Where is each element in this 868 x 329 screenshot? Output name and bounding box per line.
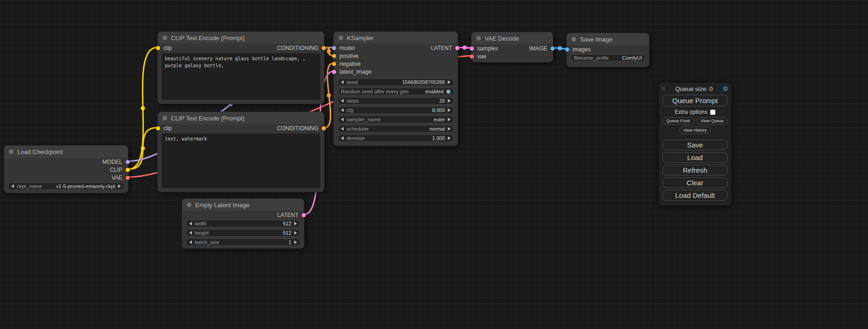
load-button[interactable]: Load [663,152,727,163]
clip-output-port[interactable] [126,168,130,172]
node-clip-text-encode-positive[interactable]: CLIP Text Encode (Prompt) clip CONDITION… [157,31,325,104]
collapse-dot-icon[interactable] [162,116,167,120]
scheduler-widget[interactable]: scheduler normal [338,125,454,133]
collapse-dot-icon[interactable] [339,35,343,40]
increment-arrow-icon[interactable] [448,80,451,84]
widget-value: 512 [283,221,291,226]
decrement-arrow-icon[interactable] [341,80,344,84]
widget-value: ComfyUI [622,55,642,61]
batch-size-widget[interactable]: batch_size 1 [186,238,300,246]
conditioning-output-port[interactable] [322,126,326,130]
clear-button[interactable]: Clear [663,177,727,188]
queue-prompt-button[interactable]: Queue Prompt [663,95,727,106]
node-title: VAE Decode [485,35,519,42]
model-input-port[interactable] [332,46,336,50]
save-button[interactable]: Save [663,140,727,150]
positive-input-port[interactable] [332,54,336,58]
clip-input-port[interactable] [156,46,160,50]
increment-arrow-icon[interactable] [448,108,451,112]
seed-widget[interactable]: seed 156680208700286 [338,78,454,86]
next-option-arrow-icon[interactable] [118,184,121,188]
node-title-bar[interactable]: CLIP Text Encode (Prompt) [158,112,324,124]
vae-input-port[interactable] [470,54,474,58]
images-input-port[interactable] [565,47,569,51]
denoise-widget[interactable]: denoise 1.000 [338,134,454,142]
decrement-arrow-icon[interactable] [189,231,192,235]
latent-image-input-port[interactable] [332,70,336,74]
decrement-arrow-icon[interactable] [189,240,192,244]
widget-value: euler [434,117,445,122]
node-ksampler[interactable]: KSampler model LATENT positive negative … [333,31,458,146]
node-title-bar[interactable]: Load Checkpoint [4,146,128,158]
node-title-bar[interactable]: CLIP Text Encode (Prompt) [158,32,324,44]
view-queue-button[interactable]: View Queue [697,117,728,125]
view-history-button[interactable]: View History [679,126,711,134]
settings-gear-icon[interactable]: ⚙ [722,85,728,92]
model-output-port[interactable] [126,160,130,164]
node-title-bar[interactable]: Save Image [567,33,649,45]
cfg-widget[interactable]: cfg 8.000 [338,106,454,114]
widget-label: steps [346,98,359,104]
collapse-dot-icon[interactable] [476,36,481,41]
collapse-dot-icon[interactable] [187,203,191,207]
prev-option-arrow-icon[interactable] [11,184,14,188]
node-title: CLIP Text Encode (Prompt) [171,35,245,42]
next-option-arrow-icon[interactable] [448,127,451,131]
random-seed-toggle-widget[interactable]: Random seed after every gen enabled [338,88,454,95]
node-title-bar[interactable]: KSampler [334,32,458,44]
node-empty-latent-image[interactable]: Empty Latent Image LATENT width 512 heig… [182,198,304,249]
width-widget[interactable]: width 512 [186,220,300,227]
wire-clip-to-positive-encoder [128,48,157,169]
latent-output-port[interactable] [455,46,459,50]
steps-widget[interactable]: steps 20 [338,97,454,105]
prompt-textarea[interactable]: beautiful scenery nature glass bottle la… [162,53,320,100]
collapse-dot-icon[interactable] [162,35,167,40]
collapse-dot-icon[interactable] [9,149,14,154]
widget-value: 1 [289,239,291,245]
widget-value: 1.000 [432,135,445,141]
queue-menu-panel: ⠿ Queue size: 0 ⚙ Queue Prompt Extra opt… [658,82,732,206]
node-title-bar[interactable]: VAE Decode [472,32,553,44]
prompt-textarea[interactable]: text, watermark [162,133,320,188]
graph-canvas[interactable]: CLIP Text Encode (Prompt) clip CONDITION… [0,0,868,329]
widget-label: ckpt_name [17,183,42,189]
conditioning-output-port[interactable] [322,46,326,50]
node-save-image[interactable]: Save Image images filename_prefix ComfyU… [566,33,649,67]
height-widget[interactable]: height 512 [186,229,300,237]
latent-output-port[interactable] [302,213,306,217]
sampler-name-widget[interactable]: sampler_name euler [338,116,454,123]
output-label: VAE [112,175,122,181]
increment-arrow-icon[interactable] [448,136,451,140]
refresh-button[interactable]: Refresh [663,165,727,175]
collapse-dot-icon[interactable] [572,37,576,42]
node-clip-text-encode-negative[interactable]: CLIP Text Encode (Prompt) clip CONDITION… [157,112,325,192]
increment-arrow-icon[interactable] [448,99,451,103]
node-load-checkpoint[interactable]: Load Checkpoint MODEL CLIP VAE ckpt_name… [4,145,128,193]
prev-option-arrow-icon[interactable] [341,118,344,121]
increment-arrow-icon[interactable] [294,222,297,225]
vae-output-port[interactable] [126,175,130,180]
drag-handle-icon[interactable]: ⠿ [662,86,665,92]
decrement-arrow-icon[interactable] [341,136,344,140]
image-output-port[interactable] [550,46,555,50]
output-label: CLIP [110,167,122,173]
prev-option-arrow-icon[interactable] [341,127,344,131]
ckpt-name-widget[interactable]: ckpt_name v1-5-pruned-emaonly.ckpt [8,182,124,190]
toggle-on-indicator[interactable] [446,90,451,94]
samples-input-port[interactable] [470,46,474,50]
increment-arrow-icon[interactable] [294,231,297,235]
node-title-bar[interactable]: Empty Latent Image [182,199,304,211]
increment-arrow-icon[interactable] [294,240,297,244]
queue-front-button[interactable]: Queue Front [662,117,694,125]
node-vae-decode[interactable]: VAE Decode samples IMAGE vae [471,32,553,63]
clip-input-port[interactable] [156,126,160,130]
negative-input-port[interactable] [332,62,336,66]
node-title: Load Checkpoint [17,148,63,155]
filename-prefix-widget[interactable]: filename_prefix ComfyUI [571,54,645,62]
decrement-arrow-icon[interactable] [341,108,344,112]
load-default-button[interactable]: Load Default [663,190,727,201]
next-option-arrow-icon[interactable] [448,118,451,121]
decrement-arrow-icon[interactable] [341,99,344,103]
decrement-arrow-icon[interactable] [189,222,192,225]
extra-options-checkbox[interactable] [710,110,715,115]
